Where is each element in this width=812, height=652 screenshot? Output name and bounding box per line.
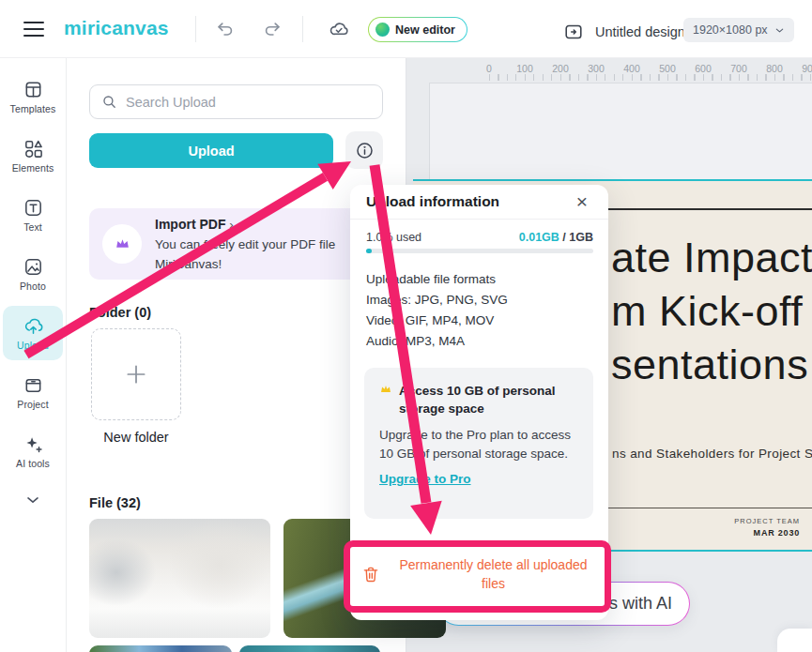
- text-icon: [23, 197, 44, 219]
- delete-all-uploads-button[interactable]: Permanently delete all uploaded files: [350, 541, 608, 607]
- sidebar-item-label: Photo: [20, 281, 46, 292]
- search-icon: [101, 94, 117, 110]
- photo-icon: [23, 256, 44, 278]
- ruler-label: 700: [730, 63, 747, 74]
- hamburger-menu-icon[interactable]: [23, 22, 44, 37]
- ruler-label: 0: [486, 63, 492, 74]
- ruler-label: 200: [552, 63, 569, 74]
- design-title[interactable]: Untitled design: [595, 24, 685, 39]
- page-margin-region: [429, 83, 812, 179]
- divider: [302, 16, 303, 42]
- ruler-label: 900: [802, 63, 812, 74]
- design-heading[interactable]: ate Impactm Kick-offsentations: [611, 231, 812, 391]
- storage-progress-bar: [366, 249, 593, 253]
- folder-section-heading: Folder (0): [89, 305, 151, 320]
- upload-button[interactable]: Upload: [89, 133, 333, 168]
- sidebar-item-elements[interactable]: Elements: [3, 129, 63, 183]
- plus-icon: [124, 362, 148, 387]
- trash-icon: [361, 565, 380, 584]
- cloud-saved-icon: [326, 16, 352, 42]
- sidebar-item-label: Templates: [10, 103, 56, 114]
- sidebar-item-templates[interactable]: Templates: [3, 69, 63, 124]
- pro-body: Upgrade to the Pro plan to access 10 GB …: [379, 426, 582, 463]
- divider: [195, 16, 196, 42]
- pro-upsell-box: Access 10 GB of personal storage space U…: [364, 368, 593, 519]
- ruler-label: 300: [588, 63, 605, 74]
- crown-icon: [102, 224, 142, 264]
- new-folder-label: New folder: [91, 430, 181, 445]
- sidebar-item-label: Text: [23, 221, 42, 233]
- redo-icon[interactable]: [259, 16, 285, 42]
- ruler-label: 800: [766, 63, 783, 74]
- sidebar-item-label: Elements: [12, 162, 54, 174]
- close-icon[interactable]: ×: [569, 189, 595, 215]
- pro-title: Access 10 GB of personal storage space: [399, 382, 568, 417]
- storage-progress-fill: [366, 249, 372, 253]
- sidebar-item-photo[interactable]: Photo: [3, 247, 63, 301]
- file-thumbnail-sea[interactable]: [239, 645, 380, 652]
- sidebar-item-project[interactable]: Project: [3, 365, 63, 419]
- new-editor-dot-icon: [375, 23, 390, 37]
- chevron-right-icon: ›: [229, 218, 234, 232]
- popup-title: Upload information: [366, 193, 499, 210]
- miricanvas-logo: miricanvas: [64, 17, 169, 39]
- design-footer[interactable]: PROJECT TEAM MAR 2030: [734, 517, 800, 538]
- sidebar-item-label: Upload: [17, 340, 49, 351]
- design-size-dropdown[interactable]: 1920×1080 px: [683, 18, 794, 42]
- sidebar-item-text[interactable]: Text: [3, 188, 63, 242]
- storage-usage-label: 1.0% used: [366, 231, 421, 244]
- file-thumbnail-forest[interactable]: [89, 645, 232, 652]
- ruler-label: 400: [623, 63, 640, 74]
- ruler-label: 600: [695, 63, 712, 74]
- ruler-label: 500: [659, 63, 676, 74]
- new-editor-badge[interactable]: New editor: [368, 17, 467, 42]
- upload-information-popup: Upload information × 1.0% used 0.01GB / …: [350, 185, 608, 620]
- topbar: miricanvas New editor Untitled design 19…: [0, 0, 812, 58]
- sidebar-item-upload[interactable]: Upload: [3, 306, 63, 360]
- folder-export-icon[interactable]: [560, 19, 587, 45]
- sidebar-item-label: AI tools: [16, 458, 50, 469]
- elements-icon: [23, 138, 44, 159]
- info-icon: [355, 141, 375, 160]
- file-thumbnail-winter[interactable]: [89, 519, 270, 638]
- divider: [350, 219, 608, 220]
- floating-panel-corner: [777, 629, 812, 652]
- ruler-ticks: [489, 74, 812, 81]
- undo-icon[interactable]: [212, 16, 238, 42]
- chevron-down-icon: [774, 25, 785, 36]
- uploadable-formats: Uploadable file formatsImages: JPG, PNG,…: [366, 269, 508, 352]
- crown-icon: [379, 383, 392, 417]
- sidebar-item-label: Project: [17, 399, 48, 410]
- upload-info-button[interactable]: [345, 131, 383, 169]
- sidebar-more-chevron-icon[interactable]: [23, 491, 42, 513]
- new-folder-button[interactable]: [91, 328, 181, 420]
- ruler-label: 100: [516, 63, 533, 74]
- storage-usage-value: 0.01GB / 1GB: [519, 231, 593, 244]
- upload-icon: [23, 315, 44, 337]
- templates-icon: [23, 79, 44, 100]
- search-box[interactable]: [89, 84, 383, 119]
- upgrade-to-pro-link[interactable]: Upgrade to Pro: [379, 472, 471, 486]
- sidebar-item-ai-tools[interactable]: AI tools: [3, 424, 63, 478]
- import-pdf-banner[interactable]: Import PDF › You can freely edit your PD…: [89, 208, 383, 280]
- sidebar: TemplatesElementsTextPhotoUploadProjectA…: [0, 58, 67, 652]
- sidebar-items: TemplatesElementsTextPhotoUploadProjectA…: [3, 69, 63, 483]
- search-input[interactable]: [126, 95, 371, 110]
- design-subtitle[interactable]: ns and Stakeholders for Project Su: [612, 447, 812, 461]
- file-section-heading: File (32): [89, 495, 141, 510]
- ai-tools-icon: [23, 433, 44, 455]
- project-icon: [23, 374, 44, 396]
